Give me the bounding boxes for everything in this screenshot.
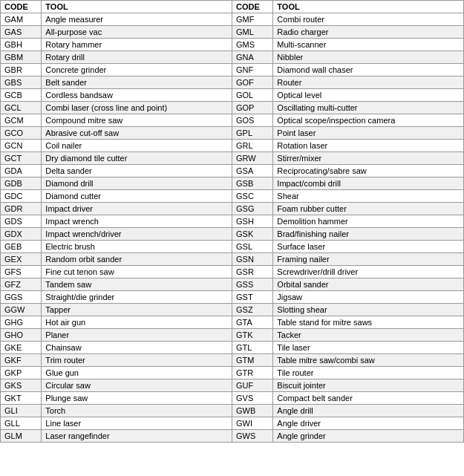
table-row: GKEChainsawGTLTile laser	[1, 342, 464, 354]
tool-cell: Tile router	[273, 367, 464, 379]
tool-cell: Screwdriver/drill driver	[273, 266, 464, 278]
table-row: GFZTandem sawGSSOrbital sander	[1, 278, 464, 291]
tool-cell: Straight/die grinder	[42, 291, 232, 304]
code-cell: GOF	[232, 76, 272, 89]
tool-cell: Combi router	[273, 13, 464, 26]
tool-cell: Combi laser (cross line and point)	[42, 102, 232, 114]
header-code-right: CODE	[232, 1, 272, 13]
header-code-left: CODE	[1, 1, 42, 13]
table-row: GLITorchGWBAngle drill	[1, 405, 464, 417]
code-cell: GSN	[232, 253, 272, 266]
tool-cell: Router	[273, 76, 464, 89]
tool-cell: Chainsaw	[42, 342, 232, 354]
table-row: GBSBelt sanderGOFRouter	[1, 76, 464, 89]
tool-cell: Trim router	[42, 354, 232, 367]
table-row: GASAll-purpose vacGMLRadio charger	[1, 26, 464, 39]
tool-cell: Tacker	[273, 329, 464, 342]
code-cell: GSS	[232, 278, 272, 291]
tool-cell: Angle grinder	[273, 430, 464, 443]
tool-cell: Laser rangefinder	[42, 430, 232, 443]
table-row: GBMRotary drillGNANibbler	[1, 51, 464, 64]
code-cell: GHG	[1, 316, 42, 329]
tool-cell: Tapper	[42, 304, 232, 316]
tool-cell: Impact wrench	[42, 215, 232, 228]
tool-cell: Demolition hammer	[273, 215, 464, 228]
code-cell: GKF	[1, 354, 42, 367]
code-cell: GCB	[1, 89, 42, 102]
tool-cell: Circular saw	[42, 379, 232, 392]
tool-cell: Diamond cutter	[42, 190, 232, 203]
table-row: GHOPlanerGTKTacker	[1, 329, 464, 342]
tool-cell: Framing nailer	[273, 253, 464, 266]
table-row: GDBDiamond drillGSBImpact/combi drill	[1, 177, 464, 190]
table-row: GGWTapperGSZSlotting shear	[1, 304, 464, 316]
tool-cell: Glue gun	[42, 367, 232, 379]
code-cell: GCT	[1, 152, 42, 165]
code-cell: GEX	[1, 253, 42, 266]
code-cell: GML	[232, 26, 272, 39]
tool-cell: Fine cut tenon saw	[42, 266, 232, 278]
tool-cell: Planer	[42, 329, 232, 342]
code-cell: GPL	[232, 127, 272, 140]
code-cell: GRW	[232, 152, 272, 165]
table-row: GCLCombi laser (cross line and point)GOP…	[1, 102, 464, 114]
code-cell: GMF	[232, 13, 272, 26]
tool-cell: Plunge saw	[42, 392, 232, 405]
code-cell: GWB	[232, 405, 272, 417]
code-cell: GDR	[1, 203, 42, 215]
tool-cell: Belt sander	[42, 76, 232, 89]
code-cell: GBR	[1, 64, 42, 76]
table-row: GDXImpact wrench/driverGSKBrad/finishing…	[1, 228, 464, 241]
code-cell: GOP	[232, 102, 272, 114]
table-row: GCNCoil nailerGRLRotation laser	[1, 140, 464, 152]
tool-cell: Tandem saw	[42, 278, 232, 291]
tool-cell: Impact/combi drill	[273, 177, 464, 190]
tool-cell: Multi-scanner	[273, 39, 464, 51]
tool-cell: Brad/finishing nailer	[273, 228, 464, 241]
table-row: GKFTrim routerGTMTable mitre saw/combi s…	[1, 354, 464, 367]
tool-cell: Random orbit sander	[42, 253, 232, 266]
code-cell: GKS	[1, 379, 42, 392]
tool-cell: Table mitre saw/combi saw	[273, 354, 464, 367]
code-cell: GUF	[232, 379, 272, 392]
tool-cell: Diamond drill	[42, 177, 232, 190]
code-cell: GSL	[232, 241, 272, 253]
table-row: GDADelta sanderGSAReciprocating/sabre sa…	[1, 165, 464, 177]
code-cell: GSH	[232, 215, 272, 228]
table-row: GLLLine laserGWIAngle driver	[1, 417, 464, 430]
tool-cell: Compact belt sander	[273, 392, 464, 405]
code-cell: GDX	[1, 228, 42, 241]
tool-cell: Jigsaw	[273, 291, 464, 304]
code-cell: GRL	[232, 140, 272, 152]
table-row: GGSStraight/die grinderGSTJigsaw	[1, 291, 464, 304]
tool-cell: Electric brush	[42, 241, 232, 253]
code-cell: GLL	[1, 417, 42, 430]
table-row: GBHRotary hammerGMSMulti-scanner	[1, 39, 464, 51]
code-cell: GBM	[1, 51, 42, 64]
tool-cell: Point laser	[273, 127, 464, 140]
code-cell: GSR	[232, 266, 272, 278]
tool-cell: Angle drill	[273, 405, 464, 417]
tool-cell: Radio charger	[273, 26, 464, 39]
table-row: GLMLaser rangefinderGWSAngle grinder	[1, 430, 464, 443]
tool-cell: Shear	[273, 190, 464, 203]
code-cell: GWI	[232, 417, 272, 430]
code-cell: GCN	[1, 140, 42, 152]
code-cell: GKT	[1, 392, 42, 405]
table-row: GBRConcrete grinderGNFDiamond wall chase…	[1, 64, 464, 76]
code-cell: GSC	[232, 190, 272, 203]
table-row: GDRImpact driverGSGFoam rubber cutter	[1, 203, 464, 215]
code-cell: GDC	[1, 190, 42, 203]
tool-cell: Optical level	[273, 89, 464, 102]
code-cell: GBS	[1, 76, 42, 89]
code-cell: GLM	[1, 430, 42, 443]
tool-cell: Hot air gun	[42, 316, 232, 329]
tool-cell: Tile laser	[273, 342, 464, 354]
code-cell: GFZ	[1, 278, 42, 291]
code-cell: GCM	[1, 114, 42, 127]
code-cell: GBH	[1, 39, 42, 51]
tool-cell: Diamond wall chaser	[273, 64, 464, 76]
code-cell: GTM	[232, 354, 272, 367]
code-cell: GOL	[232, 89, 272, 102]
tool-cell: Impact driver	[42, 203, 232, 215]
